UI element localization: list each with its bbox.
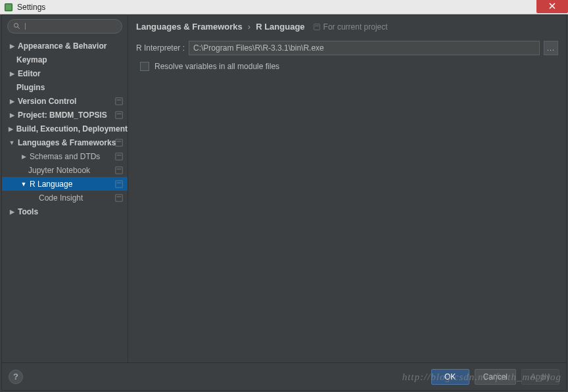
apply-button[interactable]: Apply xyxy=(521,369,559,385)
interpreter-path-input[interactable] xyxy=(189,41,540,55)
sidebar-item-label: Plugins xyxy=(16,83,45,92)
sidebar-item-languages-frameworks[interactable]: ▼Languages & Frameworks xyxy=(2,135,128,149)
project-scope-note: For current project xyxy=(313,22,388,32)
svg-line-3 xyxy=(18,27,20,29)
crumb-langs[interactable]: Languages & Frameworks xyxy=(136,22,243,32)
upper-split: ▶Appearance & BehaviorKeymap▶EditorPlugi… xyxy=(2,15,566,362)
resolve-checkbox[interactable] xyxy=(140,62,149,71)
sidebar-item-plugins[interactable]: Plugins xyxy=(2,80,128,94)
project-badge-icon xyxy=(114,97,124,106)
titlebar: Settings xyxy=(0,0,568,14)
svg-rect-18 xyxy=(314,24,320,30)
sidebar-item-label: Keymap xyxy=(16,55,47,64)
sidebar-item-keymap[interactable]: Keymap xyxy=(2,53,128,66)
svg-rect-13 xyxy=(117,168,122,169)
sidebar-item-tools[interactable]: ▶Tools xyxy=(2,205,128,218)
sidebar-item-r-language[interactable]: ▼R Language xyxy=(2,177,128,191)
project-badge-icon xyxy=(114,166,124,175)
bottom-bar: ? OK Cancel Apply xyxy=(2,362,566,390)
app-icon xyxy=(4,3,13,12)
window-title: Settings xyxy=(17,3,45,12)
chevron-down-icon: ▼ xyxy=(19,181,28,187)
sidebar-item-label: Tools xyxy=(18,207,38,216)
sidebar-item-schemas-and-dtds[interactable]: ▶Schemas and DTDs xyxy=(2,149,128,163)
search-caret xyxy=(25,23,26,30)
main-panel: ▶Appearance & BehaviorKeymap▶EditorPlugi… xyxy=(1,14,567,391)
sidebar-item-project-bmdm-topsis[interactable]: ▶Project: BMDM_TOPSIS xyxy=(2,108,128,122)
crumb-r-language: R Language xyxy=(256,22,304,32)
chevron-right-icon: ▶ xyxy=(7,112,16,118)
svg-rect-12 xyxy=(116,166,123,174)
project-badge-icon xyxy=(114,193,124,203)
ok-button[interactable]: OK xyxy=(431,369,469,385)
search-icon xyxy=(13,22,21,30)
chevron-right-icon: ▶ xyxy=(19,153,28,160)
svg-rect-8 xyxy=(116,139,123,146)
sidebar-item-label: Jupyter Notebook xyxy=(28,166,90,175)
settings-tree: ▶Appearance & BehaviorKeymap▶EditorPlugi… xyxy=(2,37,128,362)
crumb-sep: › xyxy=(248,22,250,32)
sidebar-item-appearance-behavior[interactable]: ▶Appearance & Behavior xyxy=(2,39,128,53)
sidebar: ▶Appearance & BehaviorKeymap▶EditorPlugi… xyxy=(2,15,128,362)
sidebar-item-label: Build, Execution, Deployment xyxy=(16,124,128,134)
sidebar-item-label: Editor xyxy=(18,69,41,78)
browse-button[interactable]: ... xyxy=(544,41,558,55)
chevron-right-icon: ▶ xyxy=(7,43,16,49)
svg-rect-1 xyxy=(6,4,12,10)
svg-rect-6 xyxy=(116,111,123,118)
sidebar-item-label: Version Control xyxy=(18,97,76,106)
breadcrumb: Languages & Frameworks › R Language For … xyxy=(136,22,558,32)
svg-rect-4 xyxy=(116,97,123,105)
sidebar-item-version-control[interactable]: ▶Version Control xyxy=(2,94,128,108)
svg-rect-16 xyxy=(116,194,123,201)
sidebar-item-editor[interactable]: ▶Editor xyxy=(2,66,128,80)
svg-rect-19 xyxy=(315,25,319,26)
sidebar-item-label: Project: BMDM_TOPSIS xyxy=(18,110,107,120)
chevron-right-icon: ▶ xyxy=(7,208,16,215)
sidebar-item-label: Languages & Frameworks xyxy=(18,138,116,147)
project-badge-icon xyxy=(114,180,124,189)
svg-rect-7 xyxy=(117,113,122,114)
project-badge-icon xyxy=(114,110,124,120)
search-wrap xyxy=(2,15,128,37)
interpreter-row: R Interpreter : ... xyxy=(136,41,558,55)
sidebar-item-label: Code Insight xyxy=(39,193,83,203)
svg-rect-9 xyxy=(117,141,122,141)
chevron-right-icon: ▶ xyxy=(7,98,16,105)
resolve-label: Resolve variables in all module files xyxy=(154,62,279,71)
search-input[interactable] xyxy=(7,19,122,34)
project-scope-label: For current project xyxy=(323,22,388,32)
sidebar-item-label: Schemas and DTDs xyxy=(30,152,100,161)
interpreter-label: R Interpreter : xyxy=(136,43,185,53)
svg-rect-15 xyxy=(117,182,122,183)
project-badge-icon xyxy=(114,138,124,147)
sidebar-item-code-insight[interactable]: Code Insight xyxy=(2,191,128,205)
project-icon xyxy=(313,23,321,31)
chevron-right-icon: ▶ xyxy=(7,126,15,132)
resolve-row: Resolve variables in all module files xyxy=(136,62,558,71)
cancel-button[interactable]: Cancel xyxy=(475,369,516,385)
chevron-right-icon: ▶ xyxy=(7,70,16,77)
sidebar-item-build-execution-deployment[interactable]: ▶Build, Execution, Deployment xyxy=(2,122,128,135)
help-button[interactable]: ? xyxy=(9,370,23,384)
svg-rect-17 xyxy=(117,196,122,197)
svg-rect-11 xyxy=(117,155,122,155)
sidebar-item-label: Appearance & Behavior xyxy=(18,41,106,51)
svg-rect-10 xyxy=(116,153,123,160)
chevron-down-icon: ▼ xyxy=(7,139,16,146)
project-badge-icon xyxy=(114,152,124,161)
sidebar-item-jupyter-notebook[interactable]: Jupyter Notebook xyxy=(2,163,128,177)
svg-point-2 xyxy=(14,24,18,28)
close-icon xyxy=(548,2,556,10)
svg-rect-14 xyxy=(116,180,123,187)
sidebar-item-label: R Language xyxy=(30,180,72,189)
content-panel: Languages & Frameworks › R Language For … xyxy=(128,15,566,362)
svg-rect-5 xyxy=(117,99,122,100)
close-button[interactable] xyxy=(536,0,568,13)
